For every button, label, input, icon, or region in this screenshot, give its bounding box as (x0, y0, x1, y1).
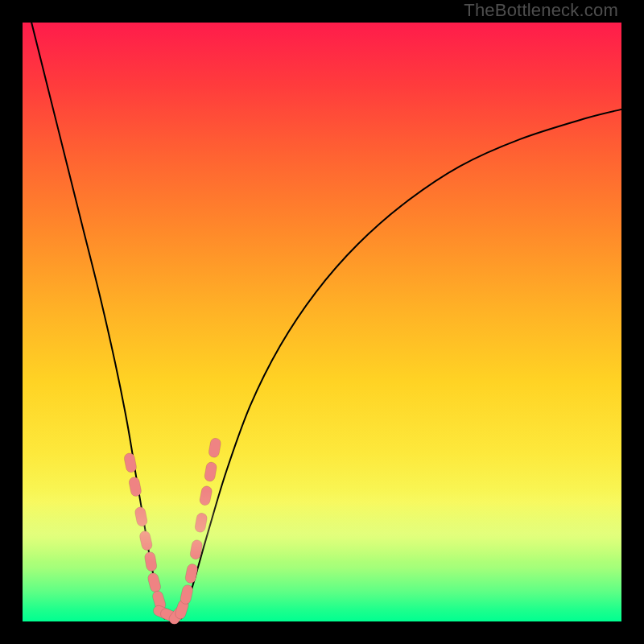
bead (128, 477, 142, 497)
bead (199, 485, 213, 506)
beads-left (123, 452, 180, 624)
watermark-text: TheBottleneck.com (464, 0, 618, 21)
bead (204, 461, 217, 482)
right-curve (181, 109, 621, 618)
bead (144, 551, 158, 572)
bead (184, 563, 198, 584)
bead (194, 512, 208, 533)
bead (208, 437, 221, 458)
bead (147, 572, 162, 593)
bead (123, 452, 137, 473)
left-curve (31, 23, 164, 618)
bead (138, 530, 153, 551)
bead (134, 506, 148, 527)
curves-layer (23, 23, 621, 621)
chart-frame: TheBottleneck.com (0, 0, 644, 644)
bead (180, 584, 194, 605)
beads-right (167, 437, 221, 626)
plot-area (23, 23, 621, 621)
